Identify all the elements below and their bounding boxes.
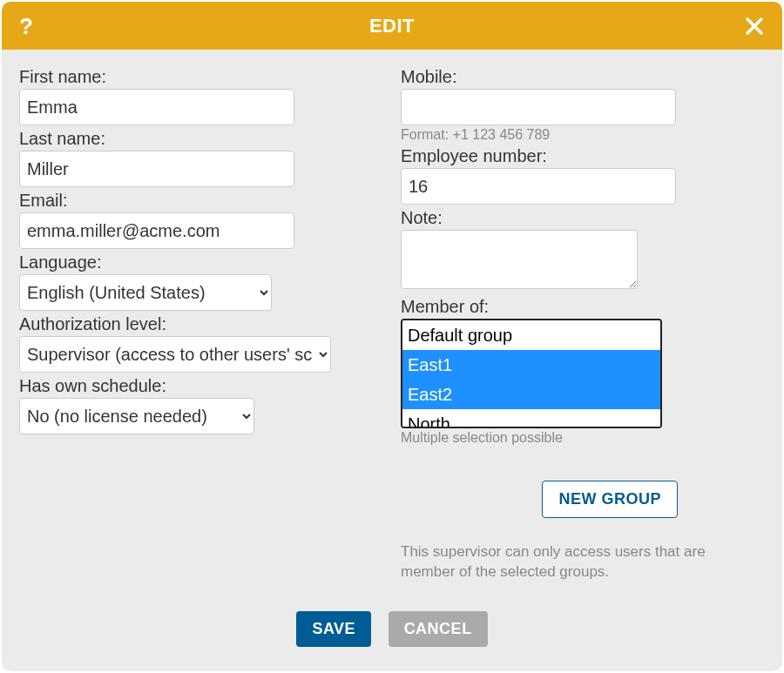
member-of-option[interactable]: Default group: [402, 320, 660, 350]
email-input[interactable]: [19, 212, 294, 249]
first-name-label: First name:: [19, 67, 383, 87]
new-group-button[interactable]: NEW GROUP: [542, 481, 678, 518]
supervisor-info-text: This supervisor can only access users th…: [401, 542, 765, 582]
authorization-label: Authorization level:: [19, 314, 383, 334]
last-name-label: Last name:: [19, 129, 383, 149]
mobile-label: Mobile:: [401, 67, 765, 87]
employee-number-input[interactable]: [401, 168, 676, 205]
mobile-hint: Format: +1 123 456 789: [401, 127, 765, 143]
member-of-option[interactable]: North: [402, 409, 660, 428]
cancel-button[interactable]: CANCEL: [389, 611, 488, 647]
language-label: Language:: [19, 252, 383, 273]
email-label: Email:: [19, 191, 383, 211]
member-of-listbox[interactable]: Default groupEast1East2North: [401, 319, 662, 428]
dialog-header: ? EDIT: [2, 2, 782, 50]
dialog-footer: SAVE CANCEL: [2, 590, 782, 671]
dialog-body: First name: Last name: Email: Language: …: [2, 50, 782, 590]
left-column: First name: Last name: Email: Language: …: [10, 67, 392, 590]
last-name-input[interactable]: [19, 151, 294, 187]
member-of-label: Member of:: [401, 297, 765, 317]
first-name-input[interactable]: [19, 89, 294, 125]
member-of-hint: Multiple selection possible: [401, 430, 765, 446]
help-icon[interactable]: ?: [19, 12, 33, 39]
edit-dialog: ? EDIT First name: Last name: Email: Lan…: [2, 2, 782, 671]
authorization-select[interactable]: Supervisor (access to other users' sched…: [19, 336, 331, 373]
member-of-option[interactable]: East2: [402, 380, 660, 409]
dialog-title: EDIT: [369, 15, 415, 37]
language-select[interactable]: English (United States): [19, 274, 272, 311]
close-icon[interactable]: [744, 16, 765, 37]
has-schedule-select[interactable]: No (no license needed): [19, 398, 254, 434]
note-label: Note:: [401, 208, 765, 228]
has-schedule-label: Has own schedule:: [19, 376, 383, 396]
employee-number-label: Employee number:: [401, 146, 765, 166]
member-of-option[interactable]: East1: [402, 350, 660, 380]
note-textarea[interactable]: [401, 230, 638, 289]
right-column: Mobile: Format: +1 123 456 789 Employee …: [392, 67, 774, 590]
save-button[interactable]: SAVE: [296, 611, 371, 647]
mobile-input[interactable]: [401, 89, 676, 125]
